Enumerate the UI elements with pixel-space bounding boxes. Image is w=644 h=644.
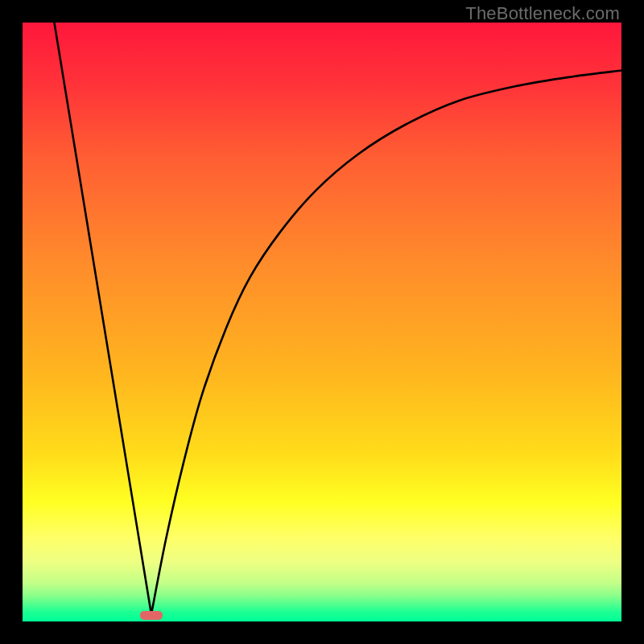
watermark-text: TheBottleneck.com [465,3,620,24]
plot-area [23,23,621,621]
gradient-background [23,23,621,621]
optimal-point-marker [140,611,163,620]
bottleneck-chart [23,23,621,621]
